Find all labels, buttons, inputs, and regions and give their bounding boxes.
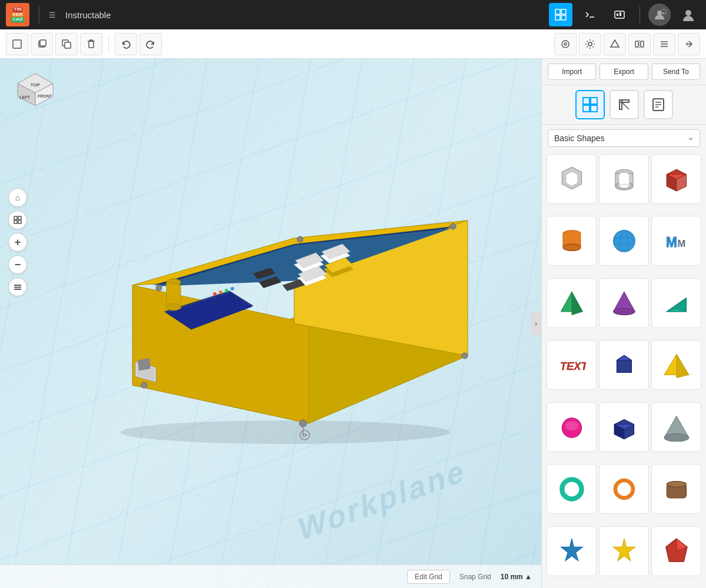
ruler-panel-button[interactable]	[610, 90, 639, 119]
svg-point-29	[121, 420, 450, 444]
new-button[interactable]	[6, 33, 28, 55]
home-button[interactable]: ⌂	[8, 188, 27, 207]
shape-box-hole[interactable]	[547, 154, 597, 204]
app-title: Instructable	[65, 10, 301, 20]
collapse-panel-button[interactable]: ›	[531, 312, 541, 335]
svg-marker-94	[566, 171, 578, 186]
import-button[interactable]: Import	[548, 64, 596, 80]
model-svg: ⟳	[88, 191, 482, 444]
svg-point-18	[564, 43, 567, 45]
svg-rect-22	[641, 41, 644, 47]
svg-rect-75	[14, 216, 17, 219]
viewport[interactable]: Workplane	[0, 59, 541, 588]
shape-star-yellow[interactable]	[599, 526, 649, 576]
shapes-grid: MM TEXT	[542, 152, 706, 588]
svg-marker-125	[676, 354, 688, 377]
svg-point-10	[685, 10, 691, 16]
align-button[interactable]	[653, 33, 675, 55]
svg-point-118	[613, 308, 635, 315]
delete-button[interactable]	[80, 33, 102, 55]
light-button[interactable]	[579, 33, 601, 55]
toolbar	[0, 29, 706, 59]
add-user-button[interactable]: +	[648, 4, 671, 26]
svg-rect-85	[591, 105, 597, 112]
svg-marker-139	[613, 539, 635, 560]
export-button[interactable]: Export	[600, 64, 648, 80]
shape-torus-orange[interactable]	[599, 464, 649, 514]
grid-view-button[interactable]	[549, 3, 572, 26]
shape-box-navy[interactable]	[599, 402, 649, 452]
shape-cylinder-hole[interactable]	[599, 154, 649, 204]
svg-rect-76	[18, 216, 21, 219]
notes-panel-button[interactable]	[644, 90, 673, 119]
svg-point-110	[613, 230, 635, 252]
shapes-select-wrapper: Basic Shapes Text & Numbers Connectors F…	[548, 129, 700, 147]
svg-rect-3	[561, 15, 566, 20]
sim-button[interactable]	[608, 3, 631, 26]
svg-point-48	[297, 236, 303, 242]
shape-pyramid-yellow[interactable]	[651, 340, 701, 390]
shape-wedge-teal[interactable]	[651, 278, 701, 328]
send-to-button[interactable]: Send To	[652, 64, 700, 80]
edit-grid-button[interactable]: Edit Grid	[407, 570, 450, 584]
camera-button[interactable]	[554, 33, 577, 55]
shape-prism-blue[interactable]	[599, 340, 649, 390]
shape-cone-purple[interactable]	[599, 278, 649, 328]
svg-text:M: M	[665, 235, 677, 250]
svg-point-100	[619, 184, 629, 188]
topbar: TIN KER CAD ☰ Instructable +	[0, 0, 706, 29]
shape-box-red[interactable]	[651, 154, 701, 204]
svg-text:TEXT: TEXT	[560, 360, 587, 372]
svg-rect-11	[13, 40, 21, 48]
3d-model[interactable]: ⟳	[47, 106, 524, 529]
duplicate-button[interactable]	[55, 33, 78, 55]
view-cube[interactable]: TOP LEFT FRONT	[12, 71, 59, 118]
shape-sphere-blue[interactable]	[599, 216, 649, 266]
codeblocks-button[interactable]	[578, 3, 602, 26]
shapes-select[interactable]: Basic Shapes Text & Numbers Connectors F…	[548, 129, 700, 147]
shape-torus-teal[interactable]	[547, 464, 597, 514]
svg-point-51	[462, 353, 468, 359]
shape-star-blue[interactable]	[547, 526, 597, 576]
fit-button[interactable]	[8, 211, 27, 229]
svg-rect-81	[14, 289, 21, 290]
shapes-tool-button[interactable]	[604, 33, 626, 55]
panel-actions: Import Export Send To	[542, 59, 706, 85]
svg-marker-20	[611, 40, 619, 47]
snap-grid-value[interactable]: 10 mm ▲	[501, 573, 532, 581]
svg-marker-116	[571, 292, 582, 315]
shapes-panel-button[interactable]	[575, 90, 605, 119]
svg-point-63	[225, 289, 228, 292]
layers-button[interactable]	[8, 278, 27, 296]
shape-text-red[interactable]: TEXT	[547, 340, 597, 390]
svg-point-17	[562, 41, 569, 48]
copy-button[interactable]	[31, 33, 53, 55]
shape-gem-red[interactable]	[651, 526, 701, 576]
svg-rect-84	[583, 105, 590, 112]
zoom-in-button[interactable]: +	[8, 233, 27, 252]
undo-button[interactable]	[115, 33, 137, 55]
svg-rect-54	[138, 358, 150, 370]
zoom-out-button[interactable]: −	[8, 255, 27, 274]
svg-text:⟳: ⟳	[302, 432, 308, 439]
shape-pyramid-green[interactable]	[547, 278, 597, 328]
shape-text-3d[interactable]: MM	[651, 216, 701, 266]
flip-button[interactable]	[678, 33, 700, 55]
profile-button[interactable]	[677, 3, 700, 26]
svg-rect-77	[14, 220, 17, 223]
shapes-dropdown-container: Basic Shapes Text & Numbers Connectors F…	[548, 129, 700, 147]
panel-icons-row	[542, 85, 706, 125]
shape-gem-pink[interactable]	[547, 402, 597, 452]
svg-point-137	[667, 481, 686, 487]
svg-point-64	[231, 287, 234, 290]
shape-cone-grey[interactable]	[651, 402, 701, 452]
mirror-button[interactable]	[628, 33, 651, 55]
shape-rounded-box[interactable]	[651, 464, 701, 514]
logo: TIN KER CAD	[6, 3, 29, 26]
svg-text:LEFT: LEFT	[19, 95, 30, 99]
hamburger-icon[interactable]: ☰	[49, 11, 56, 19]
redo-button[interactable]	[139, 33, 162, 55]
svg-rect-16	[89, 41, 94, 48]
svg-rect-2	[555, 15, 560, 20]
shape-cylinder-orange[interactable]	[547, 216, 597, 266]
